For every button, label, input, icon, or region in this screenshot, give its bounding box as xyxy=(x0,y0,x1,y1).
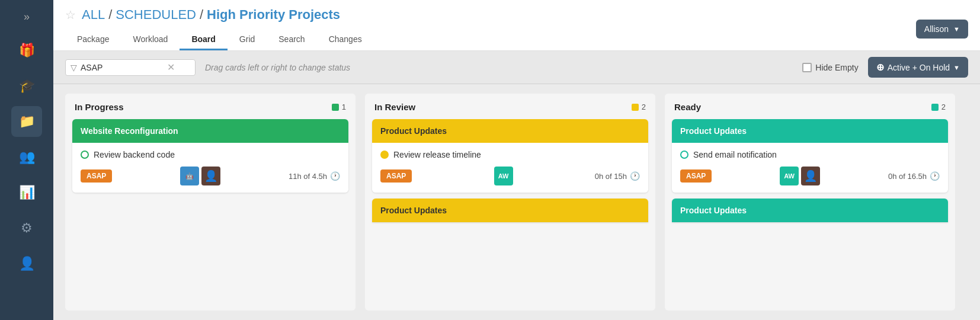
column-ready: Ready 2 Product Updates xyxy=(665,94,955,311)
breadcrumb-all-link[interactable]: ALL xyxy=(82,7,105,23)
card-footer-product-updates-review: ASAP AW 0h of 15h 🕐 xyxy=(380,167,640,185)
card-task-review-release: Review release timeline xyxy=(380,150,640,159)
priority-badge-asap-2: ASAP xyxy=(380,169,412,183)
avatars-website-reconfig: 🤖 👤 xyxy=(180,167,220,185)
card-task-send-email: Send email notification xyxy=(680,150,940,159)
nav-tabs: Package Workload Board Grid Search Chang… xyxy=(65,30,374,50)
breadcrumb-scheduled-link[interactable]: SCHEDULED xyxy=(116,7,196,23)
task-label: Review backend code xyxy=(94,150,175,159)
time-label: 0h of 15h xyxy=(595,172,627,181)
partial-card-header: Product Updates xyxy=(372,199,648,222)
breadcrumb-separator-1: / xyxy=(108,7,112,23)
user-menu-button[interactable]: Allison ▼ xyxy=(916,20,968,39)
sidebar-icon-team[interactable]: 👥 xyxy=(11,142,42,172)
filter-input-wrap: ▽ ✕ xyxy=(65,59,196,76)
tab-package[interactable]: Package xyxy=(65,30,121,50)
column-title-ready: Ready xyxy=(674,102,701,112)
task-label: Send email notification xyxy=(693,150,777,159)
filter-input[interactable] xyxy=(81,63,164,72)
avatars-product-updates-ready: AW 👤 xyxy=(780,167,820,185)
card-project-name: Product Updates xyxy=(380,126,447,136)
board-area: In Progress 1 Website Reconfiguration xyxy=(53,84,980,320)
status-filter-button[interactable]: ⊕ Active + On Hold ▼ xyxy=(868,57,968,78)
clock-icon-yellow: 🕐 xyxy=(630,171,640,181)
card-website-reconfig[interactable]: Website Reconfiguration Review backend c… xyxy=(72,119,348,193)
hide-empty-label: Hide Empty xyxy=(815,63,858,72)
sidebar-expand-button[interactable]: » xyxy=(19,6,34,28)
avatar-user-photo-ready: 👤 xyxy=(801,167,820,185)
card-product-updates-review[interactable]: Product Updates Review release timeline … xyxy=(372,119,648,193)
card-header-website-reconfig: Website Reconfiguration xyxy=(72,119,348,143)
column-body-in-progress: Website Reconfiguration Review backend c… xyxy=(65,119,356,311)
column-count-in-review: 2 xyxy=(632,103,646,111)
count-label-in-review: 2 xyxy=(642,103,646,111)
column-in-progress: In Progress 1 Website Reconfiguration xyxy=(65,94,356,311)
partial-card-title: Product Updates xyxy=(380,206,447,215)
count-label-ready: 2 xyxy=(941,103,946,111)
clock-icon-teal: 🕐 xyxy=(930,171,940,181)
card-footer-product-updates-ready: ASAP AW 👤 0h of 16.5h 🕐 xyxy=(680,167,940,185)
priority-badge-asap-3: ASAP xyxy=(680,169,712,183)
filter-clear-icon[interactable]: ✕ xyxy=(167,63,175,72)
sidebar-icon-graduation[interactable]: 🎓 xyxy=(11,71,42,101)
column-count-ready: 2 xyxy=(931,103,946,111)
sidebar-icon-folder[interactable]: 📁 xyxy=(11,106,42,137)
column-body-in-review: Product Updates Review release timeline … xyxy=(365,119,655,311)
column-in-review: In Review 2 Product Updates xyxy=(365,94,655,311)
task-status-icon-yellow xyxy=(380,151,389,159)
partial-card-title-ready: Product Updates xyxy=(680,206,747,215)
avatar-aw-teal: AW xyxy=(494,167,513,185)
card-product-updates-ready[interactable]: Product Updates Send email notification … xyxy=(672,119,948,193)
drag-hint-text: Drag cards left or right to change statu… xyxy=(205,63,793,72)
sidebar: » 🎁 🎓 📁 👥 📊 ⚙ 👤 xyxy=(0,0,53,320)
partial-card-product-updates[interactable]: Product Updates xyxy=(372,199,648,222)
column-count-in-progress: 1 xyxy=(332,103,346,111)
avatars-product-updates-review: AW xyxy=(494,167,513,185)
time-label: 11h of 4.5h xyxy=(289,172,327,181)
column-body-ready: Product Updates Send email notification … xyxy=(665,119,955,311)
column-header-ready: Ready 2 xyxy=(665,94,955,119)
card-task-review-backend: Review backend code xyxy=(81,150,340,159)
tab-search[interactable]: Search xyxy=(267,30,316,50)
card-body-product-updates-review: Review release timeline ASAP AW 0h of 15… xyxy=(372,143,648,193)
count-dot-teal xyxy=(931,104,939,111)
tab-changes[interactable]: Changes xyxy=(317,30,374,50)
card-project-name: Product Updates xyxy=(680,126,747,136)
time-info-product-updates-ready: 0h of 16.5h 🕐 xyxy=(888,171,940,181)
sidebar-icon-settings[interactable]: ⚙ xyxy=(11,213,42,244)
card-header-product-updates-review: Product Updates xyxy=(372,119,648,143)
avatar-user-photo: 👤 xyxy=(201,167,220,185)
status-button-label: Active + On Hold xyxy=(888,63,950,72)
sidebar-icon-user[interactable]: 👤 xyxy=(11,248,42,279)
time-info-website-reconfig: 11h of 4.5h 🕐 xyxy=(289,171,340,181)
favorite-star-icon[interactable]: ☆ xyxy=(65,8,76,22)
task-status-icon xyxy=(81,151,89,159)
card-header-product-updates-ready: Product Updates xyxy=(672,119,948,143)
card-body-product-updates-ready: Send email notification ASAP AW 👤 0h of … xyxy=(672,143,948,193)
task-status-icon-teal xyxy=(680,151,688,159)
sidebar-icon-gift[interactable]: 🎁 xyxy=(11,35,42,66)
chevron-down-icon: ▼ xyxy=(953,64,960,71)
breadcrumb-separator-2: / xyxy=(200,7,203,23)
column-title-in-review: In Review xyxy=(374,102,415,112)
avatar-robot: 🤖 xyxy=(180,167,199,185)
sidebar-icon-chart[interactable]: 📊 xyxy=(11,177,42,208)
partial-card-product-updates-ready[interactable]: Product Updates xyxy=(672,199,948,222)
hide-empty-checkbox[interactable] xyxy=(802,63,812,72)
column-title-in-progress: In Progress xyxy=(75,102,124,112)
header-right: Allison ▼ xyxy=(916,20,968,39)
count-label-in-progress: 1 xyxy=(342,103,346,111)
card-footer-website-reconfig: ASAP 🤖 👤 11h of 4.5h 🕐 xyxy=(81,167,340,185)
header-left: ☆ ALL / SCHEDULED / High Priority Projec… xyxy=(65,7,374,50)
clock-icon: 🕐 xyxy=(330,171,340,181)
filter-icon: ▽ xyxy=(71,63,77,72)
avatar-aw-ready: AW xyxy=(780,167,799,185)
tab-board[interactable]: Board xyxy=(180,30,227,50)
tab-workload[interactable]: Workload xyxy=(121,30,180,50)
header: ☆ ALL / SCHEDULED / High Priority Projec… xyxy=(53,0,980,51)
tab-grid[interactable]: Grid xyxy=(228,30,267,50)
plus-icon: ⊕ xyxy=(876,62,884,73)
hide-empty-wrap: Hide Empty xyxy=(802,63,858,72)
priority-badge-asap: ASAP xyxy=(81,169,112,183)
card-body-website-reconfig: Review backend code ASAP 🤖 👤 11h of 4.5h xyxy=(72,143,348,193)
